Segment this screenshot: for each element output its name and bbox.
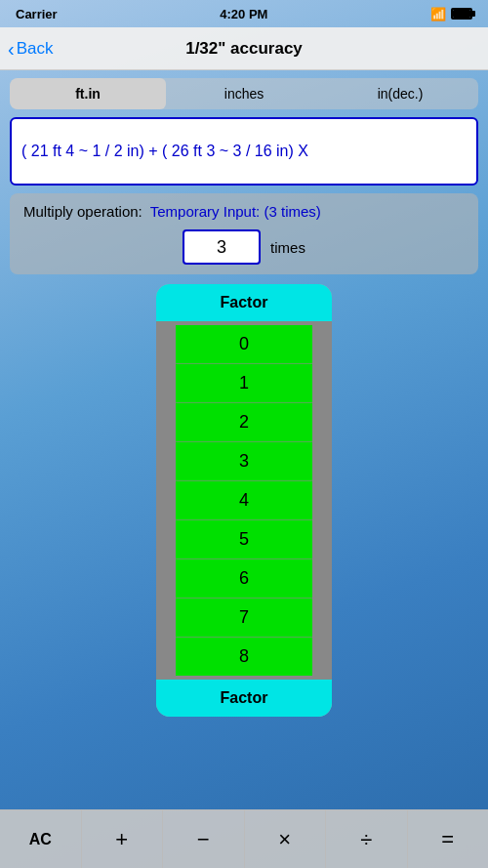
segment-control: ft.in inches in(dec.) [10, 78, 478, 109]
battery-icon [451, 8, 472, 20]
back-chevron-icon: ‹ [8, 39, 15, 59]
back-label: Back [17, 39, 54, 59]
multiply-panel: Multiply operation: Temporary Input: (3 … [10, 193, 478, 274]
factor-item-6[interactable]: 6 [176, 559, 312, 599]
expression-display: ( 21 ft 4 ~ 1 / 2 in) + ( 26 ft 3 ~ 3 / … [10, 117, 478, 186]
expression-text: ( 21 ft 4 ~ 1 / 2 in) + ( 26 ft 3 ~ 3 / … [21, 141, 308, 162]
factor-item-5[interactable]: 5 [176, 520, 312, 559]
segment-in-dec[interactable]: in(dec.) [322, 78, 478, 109]
plus-button[interactable]: + [82, 810, 164, 868]
factor-item-2[interactable]: 2 [176, 403, 312, 442]
minus-button[interactable]: − [163, 810, 245, 868]
multiply-input-field[interactable] [183, 229, 261, 265]
factor-item-3[interactable]: 3 [176, 442, 312, 481]
factor-picker-footer: Factor [156, 680, 332, 717]
multiply-times-label: times [270, 239, 305, 256]
status-bar: Carrier 4:20 PM 📶 [0, 0, 488, 27]
factor-item-0[interactable]: 0 [176, 325, 312, 364]
factor-list: 0 1 2 3 4 5 6 7 8 [156, 321, 332, 680]
multiply-temp-label: Temporary Input: (3 times) [150, 203, 321, 220]
multiply-operation-label: Multiply operation: [23, 203, 142, 220]
ac-button[interactable]: AC [0, 810, 82, 868]
factor-item-1[interactable]: 1 [176, 364, 312, 403]
multiply-input-row: times [23, 229, 465, 265]
factor-picker-header: Factor [156, 284, 332, 321]
carrier-label: Carrier [16, 7, 58, 21]
equals-button[interactable]: = [408, 810, 489, 868]
back-button[interactable]: ‹ Back [8, 39, 53, 59]
wifi-icon: 📶 [430, 7, 446, 21]
multiply-button[interactable]: × [245, 810, 327, 868]
factor-picker: Factor 0 1 2 3 4 5 6 7 8 Factor [156, 284, 332, 717]
factor-item-8[interactable]: 8 [176, 638, 312, 676]
multiply-header: Multiply operation: Temporary Input: (3 … [23, 203, 465, 220]
status-icons: 📶 [430, 7, 472, 21]
segment-ft-in[interactable]: ft.in [10, 78, 166, 109]
factor-item-4[interactable]: 4 [176, 481, 312, 520]
page-title: 1/32" accuracy [185, 39, 303, 59]
segment-inches[interactable]: inches [166, 78, 322, 109]
time-label: 4:20 PM [220, 7, 267, 21]
divide-button[interactable]: ÷ [326, 810, 408, 868]
factor-item-7[interactable]: 7 [176, 599, 312, 638]
bottom-toolbar: AC + − × ÷ = [0, 809, 488, 868]
nav-bar: ‹ Back 1/32" accuracy [0, 27, 488, 70]
